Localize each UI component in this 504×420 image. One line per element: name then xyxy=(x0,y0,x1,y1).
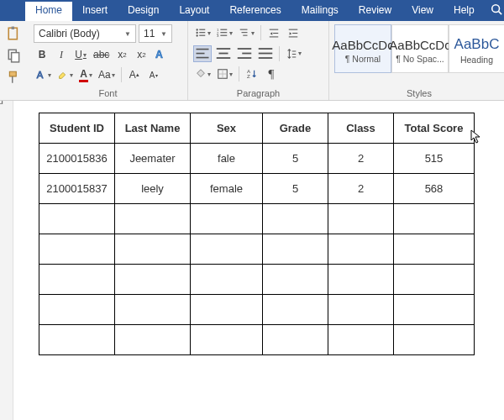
cell-total_score[interactable] xyxy=(394,204,475,234)
cell-sex[interactable]: fale xyxy=(191,144,263,174)
line-spacing-button[interactable]: ▾ xyxy=(284,45,303,62)
table-row[interactable] xyxy=(39,265,475,295)
cell-student_id[interactable] xyxy=(39,325,115,355)
show-marks-button[interactable]: ¶ xyxy=(263,66,280,82)
cell-student_id[interactable] xyxy=(39,204,115,234)
search-icon[interactable] xyxy=(491,3,502,18)
font-name-combo[interactable]: Calibri (Body) ▼ xyxy=(34,24,136,43)
text-effects-button[interactable]: A xyxy=(152,46,169,63)
tab-home[interactable]: Home xyxy=(25,0,72,21)
style-heading-1[interactable]: AaBbC Heading xyxy=(449,24,504,73)
change-case-button[interactable]: Aa▾ xyxy=(97,66,117,83)
style-no-spacing[interactable]: AaBbCcDc ¶ No Spac... xyxy=(391,24,449,73)
cell-class[interactable]: 2 xyxy=(328,174,394,204)
cell-grade[interactable] xyxy=(263,234,328,265)
tab-review[interactable]: Review xyxy=(349,0,402,21)
sort-button[interactable]: AZ xyxy=(244,66,260,82)
superscript-button[interactable]: x2 xyxy=(133,46,150,63)
header-class[interactable]: Class xyxy=(328,113,394,144)
cell-total_score[interactable] xyxy=(394,325,475,355)
align-center-button[interactable] xyxy=(214,45,233,62)
paste-icon[interactable] xyxy=(7,26,22,41)
shading-button[interactable]: ▾ xyxy=(193,66,213,82)
cell-class[interactable] xyxy=(328,325,394,355)
decrease-indent-button[interactable] xyxy=(265,24,282,41)
cell-class[interactable] xyxy=(328,204,394,234)
cell-student_id[interactable] xyxy=(39,265,115,295)
cell-sex[interactable]: female xyxy=(191,174,263,204)
header-total-score[interactable]: Total Score xyxy=(394,113,475,144)
format-painter-icon[interactable] xyxy=(7,70,22,85)
table-row[interactable] xyxy=(39,295,475,325)
cell-sex[interactable] xyxy=(191,265,263,295)
table-row[interactable] xyxy=(39,234,475,265)
cell-class[interactable] xyxy=(328,295,394,325)
cell-last_name[interactable]: leely xyxy=(115,174,191,204)
copy-icon[interactable] xyxy=(7,48,22,63)
highlight-button[interactable]: ▾ xyxy=(55,66,75,83)
cell-last_name[interactable] xyxy=(115,265,191,295)
tab-layout[interactable]: Layout xyxy=(169,0,219,21)
cell-sex[interactable] xyxy=(191,204,263,234)
font-color-button[interactable]: A▾ xyxy=(77,66,94,83)
cell-last_name[interactable] xyxy=(115,325,191,355)
cell-total_score[interactable]: 515 xyxy=(394,144,475,174)
font-outline-button[interactable]: A▾ xyxy=(34,66,53,83)
shrink-font-button[interactable]: A▾ xyxy=(145,66,162,83)
tab-mailings[interactable]: Mailings xyxy=(291,0,349,21)
subscript-button[interactable]: x2 xyxy=(113,46,130,63)
grow-font-button[interactable]: A▴ xyxy=(126,66,143,83)
bullets-button[interactable]: ▾ xyxy=(193,24,213,41)
numbering-button[interactable]: 123▾ xyxy=(215,24,234,41)
cell-grade[interactable]: 5 xyxy=(263,174,328,204)
cell-class[interactable]: 2 xyxy=(328,144,394,174)
header-last-name[interactable]: Last Name xyxy=(115,113,191,144)
cell-total_score[interactable] xyxy=(394,265,475,295)
italic-button[interactable]: I xyxy=(53,46,70,63)
cell-last_name[interactable] xyxy=(115,234,191,265)
underline-button[interactable]: U▾ xyxy=(72,46,89,63)
document-table[interactable]: Student ID Last Name Sex Grade Class Tot… xyxy=(39,113,475,355)
align-left-button[interactable] xyxy=(193,45,212,62)
table-header-row[interactable]: Student ID Last Name Sex Grade Class Tot… xyxy=(39,113,475,144)
cell-student_id[interactable]: 2100015836 xyxy=(39,144,115,174)
cell-class[interactable] xyxy=(328,265,394,295)
tab-design[interactable]: Design xyxy=(118,0,169,21)
tab-view[interactable]: View xyxy=(402,0,444,21)
header-sex[interactable]: Sex xyxy=(191,113,263,144)
justify-button[interactable] xyxy=(256,45,275,62)
cell-student_id[interactable]: 2100015837 xyxy=(39,174,115,204)
borders-button[interactable]: ▾ xyxy=(215,66,234,82)
cell-grade[interactable] xyxy=(263,325,328,355)
cell-sex[interactable] xyxy=(191,295,263,325)
tab-insert[interactable]: Insert xyxy=(72,0,118,21)
table-row[interactable]: 2100015836Jeematerfale52515 xyxy=(39,144,475,174)
document-area[interactable]: ard Student ID Last Name Sex Grade Class… xyxy=(0,101,504,420)
bold-button[interactable]: B xyxy=(34,46,50,63)
cell-total_score[interactable] xyxy=(394,234,475,265)
cell-last_name[interactable]: Jeemater xyxy=(115,144,191,174)
cell-student_id[interactable] xyxy=(39,234,115,265)
table-row[interactable] xyxy=(39,325,475,355)
header-student-id[interactable]: Student ID xyxy=(39,113,115,144)
cell-total_score[interactable]: 568 xyxy=(394,174,475,204)
increase-indent-button[interactable] xyxy=(285,24,302,41)
style-normal[interactable]: AaBbCcDc ¶ Normal xyxy=(334,24,391,73)
table-row[interactable]: 2100015837leelyfemale52568 xyxy=(39,174,475,204)
cell-grade[interactable] xyxy=(263,295,328,325)
font-size-combo[interactable]: 11 ▼ xyxy=(139,24,172,43)
cell-sex[interactable] xyxy=(191,234,263,265)
tab-help[interactable]: Help xyxy=(444,0,485,21)
cell-class[interactable] xyxy=(328,234,394,265)
cell-grade[interactable] xyxy=(263,265,328,295)
cell-last_name[interactable] xyxy=(115,295,191,325)
table-row[interactable] xyxy=(39,204,475,234)
cell-sex[interactable] xyxy=(191,325,263,355)
multilevel-list-button[interactable]: ▾ xyxy=(237,24,256,41)
header-grade[interactable]: Grade xyxy=(263,113,328,144)
cell-student_id[interactable] xyxy=(39,295,115,325)
cell-grade[interactable]: 5 xyxy=(263,144,328,174)
tab-references[interactable]: References xyxy=(219,0,291,21)
strikethrough-button[interactable]: abc xyxy=(92,46,111,63)
align-right-button[interactable] xyxy=(235,45,254,62)
